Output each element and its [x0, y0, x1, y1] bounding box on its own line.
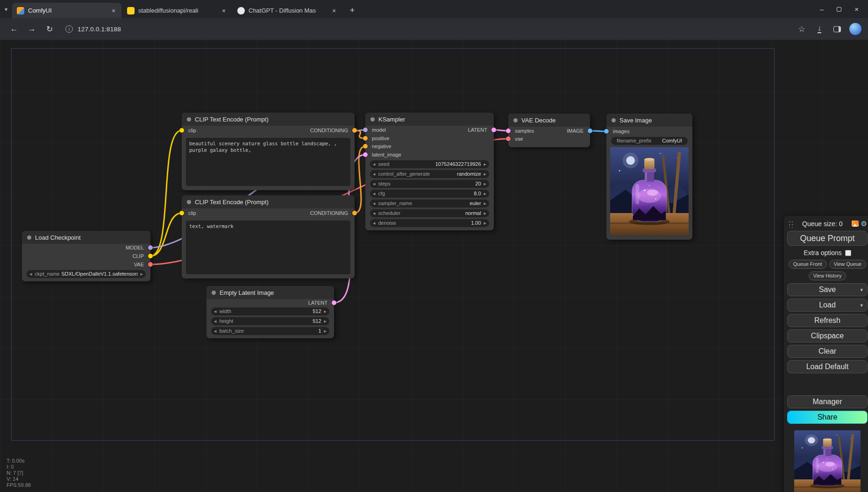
- port-dot-image[interactable]: [604, 129, 609, 134]
- reload-button[interactable]: ↻: [42, 21, 57, 36]
- widget-denoise[interactable]: ◀ denoise 1.00 ▶: [370, 219, 489, 227]
- node-ksampler[interactable]: KSampler model positive negative latent_…: [365, 113, 494, 230]
- widget-left-arrow-icon[interactable]: ◀: [214, 317, 216, 325]
- view-history-button[interactable]: View History: [809, 271, 847, 280]
- queue-front-button[interactable]: Queue Front: [789, 260, 827, 269]
- widget-scheduler[interactable]: ◀ scheduler normal ▶: [370, 209, 489, 217]
- widget-cfg[interactable]: ◀ cfg 8.0 ▶: [370, 190, 489, 198]
- extra-options-checkbox[interactable]: [845, 250, 851, 256]
- widget-left-arrow-icon[interactable]: ◀: [373, 209, 375, 217]
- node-collapse-dot[interactable]: [212, 291, 216, 295]
- side-panel-icon[interactable]: [830, 21, 845, 36]
- widget-right-arrow-icon[interactable]: ▶: [324, 317, 327, 325]
- widget-seed[interactable]: ◀ seed 1075246322719926 ▶: [370, 160, 489, 168]
- view-queue-button[interactable]: View Queue: [829, 260, 867, 269]
- refresh-button[interactable]: Refresh: [787, 314, 868, 327]
- widget-left-arrow-icon[interactable]: ◀: [373, 180, 375, 188]
- back-button[interactable]: ←: [7, 21, 21, 36]
- widget-steps[interactable]: ◀ steps 20 ▶: [370, 180, 489, 188]
- widget-left-arrow-icon[interactable]: ◀: [214, 307, 216, 315]
- node-collapse-dot[interactable]: [513, 118, 518, 122]
- tab-close-icon[interactable]: ×: [109, 7, 118, 15]
- port-dot-latent[interactable]: [332, 300, 336, 305]
- node-save-image[interactable]: Save Image images filename_prefix ComfyU…: [606, 114, 692, 240]
- save-button[interactable]: Save ▾: [787, 283, 868, 296]
- port-dot-latent[interactable]: [363, 152, 368, 157]
- tab-close-icon[interactable]: ×: [220, 7, 228, 15]
- node-empty-latent-image[interactable]: Empty Latent Image LATENT ◀ width 512 ▶ …: [206, 286, 334, 338]
- widget-right-arrow-icon[interactable]: ▶: [484, 180, 486, 188]
- widget-right-arrow-icon[interactable]: ▶: [484, 200, 486, 207]
- load-default-button[interactable]: Load Default: [787, 360, 868, 373]
- node-collapse-dot[interactable]: [27, 235, 31, 240]
- widget-right-arrow-icon[interactable]: ▶: [324, 327, 327, 335]
- window-close-button[interactable]: ×: [854, 5, 859, 13]
- port-dot-conditioning[interactable]: [363, 144, 368, 149]
- positive-prompt-textarea[interactable]: beautiful scenery nature glass bottle la…: [186, 138, 350, 186]
- widget-right-arrow-icon[interactable]: ▶: [484, 209, 486, 217]
- widget-right-arrow-icon[interactable]: ▶: [484, 219, 486, 227]
- port-dot-conditioning[interactable]: [352, 128, 357, 133]
- port-dot-vae[interactable]: [148, 262, 153, 267]
- clear-button[interactable]: Clear: [787, 345, 868, 358]
- tab-close-icon[interactable]: ×: [330, 7, 338, 15]
- port-dot-vae[interactable]: [506, 136, 511, 141]
- widget-right-arrow-icon[interactable]: ▶: [324, 307, 327, 315]
- widget-left-arrow-icon[interactable]: ◀: [29, 270, 32, 278]
- window-maximize-button[interactable]: [837, 5, 841, 13]
- tab-stablediffusionapi[interactable]: stablediffusionapi/reali ×: [122, 3, 232, 18]
- port-dot-clip[interactable]: [179, 128, 184, 133]
- node-clip-text-encode-positive[interactable]: CLIP Text Encode (Prompt) clip CONDITION…: [182, 113, 355, 190]
- drag-handle-icon[interactable]: [788, 220, 793, 228]
- widget-width[interactable]: ◀ width 512 ▶: [211, 307, 329, 315]
- forward-button[interactable]: →: [24, 21, 39, 36]
- bookmark-star-icon[interactable]: ☆: [794, 21, 809, 36]
- node-collapse-dot[interactable]: [187, 117, 191, 121]
- address-bar[interactable]: i 127.0.0.1:8188: [60, 21, 791, 36]
- clipspace-button[interactable]: Clipspace: [787, 329, 868, 342]
- node-collapse-dot[interactable]: [612, 118, 616, 122]
- node-collapse-dot[interactable]: [370, 117, 375, 121]
- port-dot-latent[interactable]: [491, 128, 496, 132]
- site-info-icon[interactable]: i: [65, 25, 73, 33]
- port-dot-conditioning[interactable]: [363, 136, 368, 141]
- save-dropdown-arrow-icon[interactable]: ▾: [860, 284, 863, 296]
- node-clip-text-encode-negative[interactable]: CLIP Text Encode (Prompt) clip CONDITION…: [182, 195, 355, 278]
- port-dot-latent[interactable]: [506, 128, 511, 133]
- port-dot-image[interactable]: [588, 128, 592, 133]
- comfy-graph-canvas[interactable]: Load Checkpoint MODEL CLIP VAE ◀ ckpt_na…: [0, 40, 868, 492]
- port-dot-clip[interactable]: [179, 211, 184, 215]
- gallery-icon[interactable]: [852, 221, 859, 227]
- widget-height[interactable]: ◀ height 512 ▶: [211, 317, 329, 325]
- widget-batch-size[interactable]: ◀ batch_size 1 ▶: [211, 327, 329, 335]
- load-dropdown-arrow-icon[interactable]: ▾: [860, 299, 863, 311]
- node-collapse-dot[interactable]: [187, 200, 191, 204]
- profile-avatar[interactable]: [849, 23, 861, 35]
- port-dot-model[interactable]: [363, 128, 368, 132]
- tab-chatgpt[interactable]: ChatGPT - Diffusion Mas ×: [233, 3, 342, 18]
- widget-left-arrow-icon[interactable]: ◀: [373, 160, 375, 168]
- share-image-preview[interactable]: [794, 430, 861, 492]
- widget-right-arrow-icon[interactable]: ▶: [484, 160, 486, 168]
- port-dot-conditioning[interactable]: [352, 211, 357, 215]
- load-button[interactable]: Load ▾: [787, 299, 868, 312]
- new-tab-button[interactable]: +: [346, 4, 359, 17]
- widget-left-arrow-icon[interactable]: ◀: [214, 327, 216, 335]
- generated-image-preview[interactable]: [610, 147, 689, 235]
- settings-gear-icon[interactable]: ⚙: [861, 220, 867, 227]
- widget-ckpt-name[interactable]: ◀ ckpt_name SDXL/OpenDalleV1.1.safetenso…: [27, 270, 146, 278]
- widget-left-arrow-icon[interactable]: ◀: [373, 219, 375, 227]
- widget-sampler-name[interactable]: ◀ sampler_name euler ▶: [370, 200, 489, 207]
- download-icon[interactable]: ↓: [812, 21, 827, 36]
- window-minimize-button[interactable]: –: [820, 5, 824, 13]
- widget-right-arrow-icon[interactable]: ▶: [484, 190, 486, 198]
- queue-prompt-button[interactable]: Queue Prompt: [787, 231, 868, 246]
- share-button[interactable]: Share: [787, 411, 868, 424]
- tab-list-chevron-icon[interactable]: ▾: [0, 0, 12, 18]
- widget-control-after-generate[interactable]: ◀ control_after_generate randomize ▶: [370, 170, 489, 178]
- widget-filename-prefix[interactable]: filename_prefix ComfyUI: [611, 137, 688, 145]
- widget-left-arrow-icon[interactable]: ◀: [373, 200, 375, 207]
- node-vae-decode[interactable]: VAE Decode samples vae IMAGE: [508, 114, 590, 147]
- port-dot-clip[interactable]: [148, 254, 153, 258]
- widget-right-arrow-icon[interactable]: ▶: [484, 170, 486, 178]
